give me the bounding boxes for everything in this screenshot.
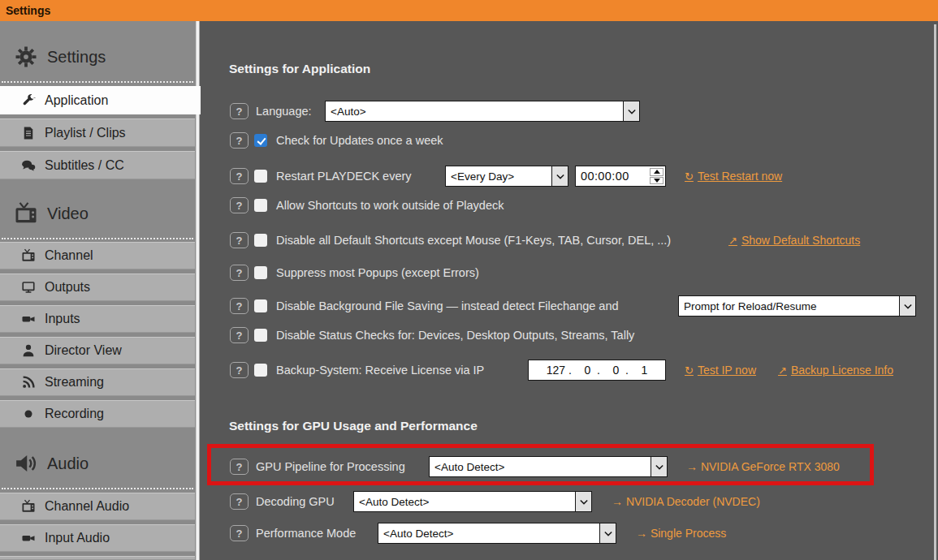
chevron-down-icon[interactable] bbox=[575, 492, 591, 511]
help-button[interactable]: ? bbox=[230, 197, 249, 213]
tv-icon bbox=[14, 201, 38, 226]
setting-label: Disable Background File Saving — instead… bbox=[276, 299, 619, 312]
sidebar-item-outputs[interactable]: Outputs bbox=[0, 274, 195, 301]
spin-down-button[interactable] bbox=[650, 177, 664, 185]
sidebar-divider bbox=[2, 488, 193, 489]
sidebar-item-clipped[interactable] bbox=[0, 556, 195, 560]
chevron-down-icon[interactable] bbox=[599, 523, 616, 543]
restart-time-input[interactable]: 00:00:00 bbox=[575, 166, 666, 187]
suppress-popups-checkbox[interactable] bbox=[254, 266, 267, 279]
row-status-checks: ? Disable Status Checks for: Devices, De… bbox=[200, 326, 938, 344]
row-backup-system: ? Backup-System: Receive License via IP … bbox=[200, 360, 938, 381]
sidebar-item-application[interactable]: Application bbox=[0, 86, 201, 114]
help-button[interactable]: ? bbox=[230, 525, 249, 541]
sidebar-item-channel[interactable]: Channel bbox=[0, 242, 195, 269]
restart-checkbox[interactable] bbox=[254, 170, 267, 183]
section-title-gpu: Settings for GPU Usage and Performance bbox=[229, 419, 478, 433]
restart-icon: ↻ bbox=[685, 364, 694, 377]
sidebar-item-label: Streaming bbox=[45, 375, 104, 390]
link-label: Backup License Info bbox=[791, 364, 893, 377]
window-titlebar[interactable]: Settings bbox=[0, 0, 938, 21]
help-button[interactable]: ? bbox=[230, 298, 249, 314]
gpu-pipeline-status: → NVIDIA GeForce RTX 3080 bbox=[686, 460, 840, 473]
settings-content: Settings for Application ? Language: <Au… bbox=[200, 21, 938, 560]
setting-label: GPU Pipeline for Processing bbox=[256, 460, 405, 473]
sidebar-item-label: Channel Audio bbox=[45, 499, 129, 514]
chevron-down-icon[interactable] bbox=[623, 101, 639, 121]
sidebar-item-director-view[interactable]: Director View bbox=[0, 337, 195, 364]
row-background-saving: ? Disable Background File Saving — inste… bbox=[200, 295, 938, 317]
decoding-gpu-dropdown[interactable]: <Auto Detect> bbox=[353, 491, 592, 512]
sidebar-section-label: Video bbox=[47, 205, 89, 223]
jump-icon: ↗ bbox=[778, 364, 787, 377]
person-icon bbox=[21, 343, 36, 358]
settings-window: Settings Settings Application Playlist /… bbox=[0, 0, 938, 560]
help-button[interactable]: ? bbox=[230, 168, 249, 184]
backup-license-info-link[interactable]: ↗ Backup License Info bbox=[778, 364, 893, 377]
shortcuts-outside-checkbox[interactable] bbox=[254, 199, 267, 212]
sidebar-section-label: Audio bbox=[47, 454, 89, 473]
setting-label: Decoding GPU bbox=[256, 495, 335, 508]
sidebar-item-label: Input Audio bbox=[45, 531, 110, 545]
sidebar-item-inputs[interactable]: Inputs bbox=[0, 305, 195, 333]
sidebar-section-label: Settings bbox=[47, 48, 106, 67]
row-performance-mode: ? Performance Mode <Auto Detect> → Singl… bbox=[200, 523, 938, 544]
help-button[interactable]: ? bbox=[230, 327, 249, 343]
gpu-pipeline-dropdown[interactable]: <Auto Detect> bbox=[429, 456, 668, 477]
sidebar-item-label: Recording bbox=[45, 407, 104, 421]
link-label: Test Restart now bbox=[698, 170, 782, 183]
restart-interval-dropdown[interactable]: <Every Day> bbox=[445, 166, 568, 187]
link-label: Test IP now bbox=[698, 364, 756, 377]
language-dropdown[interactable]: <Auto> bbox=[325, 101, 640, 122]
sidebar-item-label: Channel bbox=[45, 248, 93, 263]
window-title: Settings bbox=[6, 4, 50, 17]
sidebar-section-audio: Audio bbox=[0, 449, 195, 478]
show-default-shortcuts-link[interactable]: ↗ Show Default Shortcuts bbox=[728, 234, 860, 247]
filechange-action-dropdown[interactable]: Prompt for Reload/Resume bbox=[678, 295, 916, 317]
backup-system-checkbox[interactable] bbox=[254, 364, 267, 377]
sidebar-item-label: Outputs bbox=[45, 280, 90, 295]
default-shortcuts-checkbox[interactable] bbox=[254, 234, 267, 247]
monitor-icon bbox=[21, 280, 36, 295]
record-icon bbox=[21, 407, 36, 421]
help-button[interactable]: ? bbox=[230, 459, 249, 475]
row-default-shortcuts: ? Disable all Default Shortcuts except M… bbox=[200, 231, 938, 249]
sidebar-item-subtitles-cc[interactable]: Subtitles / CC bbox=[0, 151, 195, 179]
link-label: Show Default Shortcuts bbox=[741, 234, 860, 247]
row-suppress-popups: ? Suppress most Popups (except Errors) bbox=[200, 264, 938, 282]
chevron-down-icon[interactable] bbox=[899, 296, 915, 316]
sidebar-item-streaming[interactable]: Streaming bbox=[0, 368, 195, 396]
help-button[interactable]: ? bbox=[230, 103, 249, 119]
help-button[interactable]: ? bbox=[230, 132, 249, 149]
ip-address-input[interactable]: 127 . 0 . 0 . 1 bbox=[528, 360, 666, 381]
setting-label: Allow Shortcuts to work outside of Playd… bbox=[276, 199, 504, 212]
performance-mode-dropdown[interactable]: <Auto Detect> bbox=[378, 523, 616, 544]
status-checks-checkbox[interactable] bbox=[254, 329, 267, 342]
background-saving-checkbox[interactable] bbox=[254, 299, 267, 312]
chevron-down-icon[interactable] bbox=[651, 457, 667, 476]
decoding-gpu-status: → NVIDIA Decoder (NVDEC) bbox=[612, 495, 760, 508]
help-button[interactable]: ? bbox=[230, 265, 249, 281]
check-updates-checkbox[interactable] bbox=[254, 134, 267, 147]
test-ip-link[interactable]: ↻ Test IP now bbox=[685, 364, 756, 377]
sidebar-item-label: Director View bbox=[45, 343, 122, 358]
sidebar-item-channel-audio[interactable]: Channel Audio bbox=[0, 493, 195, 520]
sidebar-item-recording[interactable]: Recording bbox=[0, 400, 195, 428]
sidebar-item-input-audio[interactable]: Input Audio bbox=[0, 524, 195, 552]
dropdown-value: <Auto> bbox=[326, 106, 366, 118]
setting-label: Restart PLAYDECK every bbox=[276, 170, 412, 183]
chevron-down-icon[interactable] bbox=[551, 166, 568, 186]
sidebar-item-playlist-clips[interactable]: Playlist / Clips bbox=[0, 118, 195, 147]
performance-mode-status: → Single Process bbox=[636, 527, 726, 540]
spin-up-button[interactable] bbox=[650, 168, 664, 176]
help-button[interactable]: ? bbox=[230, 493, 249, 510]
row-check-updates: ? Check for Updates once a week bbox=[200, 131, 938, 149]
setting-label: Check for Updates once a week bbox=[276, 134, 443, 147]
section-title-application: Settings for Application bbox=[229, 62, 370, 76]
language-label: Language: bbox=[256, 105, 312, 118]
help-button[interactable]: ? bbox=[230, 362, 249, 378]
camera-icon bbox=[21, 531, 36, 545]
playlist-icon bbox=[21, 126, 36, 140]
test-restart-link[interactable]: ↻ Test Restart now bbox=[685, 170, 782, 183]
help-button[interactable]: ? bbox=[230, 232, 249, 248]
